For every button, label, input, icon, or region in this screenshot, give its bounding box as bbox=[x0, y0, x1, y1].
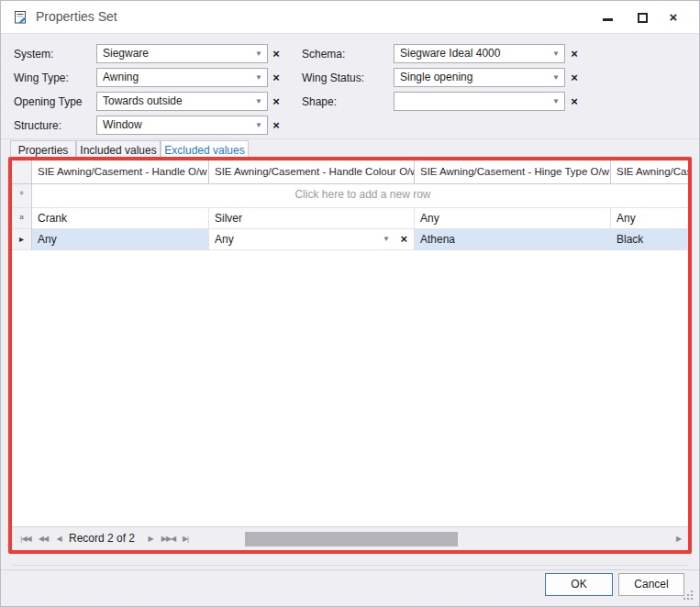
current-row-arrow-icon: ▸ bbox=[12, 229, 32, 250]
structure-clear-icon[interactable]: × bbox=[269, 116, 283, 135]
cell-truncated[interactable]: Any bbox=[611, 208, 688, 229]
dropdown-arrow-icon[interactable]: ▼ bbox=[552, 93, 560, 110]
column-header-truncated[interactable]: SIE Awning/Cas bbox=[611, 160, 688, 184]
wing-status-clear-icon[interactable]: × bbox=[567, 68, 582, 87]
wing-status-label: Wing Status: bbox=[302, 72, 364, 84]
dropdown-arrow-icon[interactable]: ▼ bbox=[255, 93, 262, 110]
scroll-left-icon[interactable]: ◀ bbox=[168, 527, 179, 551]
excluded-values-grid: SIE Awning/Casement - Handle O/w SIE Awn… bbox=[12, 160, 688, 550]
properties-set-dialog: Properties Set × System: Siegware ▼ × Wi… bbox=[0, 0, 700, 607]
scroll-right-icon[interactable]: ▶ bbox=[673, 527, 684, 551]
structure-label: Structure: bbox=[14, 119, 61, 132]
opening-type-label: Opening Type bbox=[14, 95, 83, 108]
column-header-hinge-type[interactable]: SIE Awning/Casement - Hinge Type O/w bbox=[415, 160, 611, 184]
cell-hinge-type[interactable]: Any bbox=[415, 208, 611, 229]
window-title: Properties Set bbox=[36, 9, 117, 24]
dropdown-arrow-icon[interactable]: ▼ bbox=[383, 229, 390, 249]
ok-button[interactable]: OK bbox=[545, 573, 613, 596]
cell-handle-colour[interactable]: Silver bbox=[209, 208, 415, 229]
schema-label: Schema: bbox=[302, 48, 345, 61]
row-edited-indicator-icon: a bbox=[12, 208, 32, 229]
next-record-button[interactable]: ▶ bbox=[146, 527, 155, 551]
resize-grip[interactable] bbox=[691, 598, 693, 600]
scrollbar-thumb[interactable] bbox=[245, 532, 458, 546]
prev-record-button[interactable]: ◀ bbox=[54, 527, 63, 551]
clear-icon[interactable]: × bbox=[400, 229, 407, 249]
form-divider bbox=[1, 138, 699, 139]
dropdown-arrow-icon[interactable]: ▼ bbox=[552, 69, 560, 86]
cell-handle[interactable]: Crank bbox=[32, 208, 209, 229]
cancel-button[interactable]: Cancel bbox=[618, 573, 684, 596]
prev-page-button[interactable]: ◀◀ bbox=[36, 527, 50, 551]
panel-bottom-border bbox=[12, 565, 688, 566]
wing-status-value: Single opening bbox=[400, 69, 548, 86]
annotation-red-box: SIE Awning/Casement - Handle O/w SIE Awn… bbox=[8, 157, 692, 554]
table-row-selected[interactable]: ▸ Any Any ▼ × Athena Black bbox=[12, 229, 688, 250]
shape-clear-icon[interactable]: × bbox=[567, 92, 582, 111]
structure-value: Window bbox=[103, 116, 250, 134]
cell-truncated[interactable]: Black bbox=[611, 229, 688, 250]
dropdown-arrow-icon[interactable]: ▼ bbox=[255, 69, 262, 86]
wing-status-select[interactable]: Single opening ▼ bbox=[394, 68, 565, 87]
wing-type-clear-icon[interactable]: × bbox=[269, 68, 283, 87]
row-indicator-header bbox=[12, 160, 32, 184]
table-row[interactable]: a Crank Silver Any Any bbox=[12, 208, 688, 229]
dropdown-arrow-icon[interactable]: ▼ bbox=[255, 45, 262, 62]
opening-type-select[interactable]: Towards outside ▼ bbox=[96, 92, 268, 111]
cell-handle[interactable]: Any bbox=[32, 229, 209, 250]
new-row-prompt[interactable]: Click here to add a new row bbox=[32, 184, 688, 208]
opening-type-clear-icon[interactable]: × bbox=[269, 92, 283, 111]
footer-divider bbox=[1, 569, 699, 570]
structure-select[interactable]: Window ▼ bbox=[96, 116, 268, 135]
wing-type-label: Wing Type: bbox=[14, 72, 69, 84]
cell-hinge-type[interactable]: Athena bbox=[415, 229, 611, 250]
system-select[interactable]: Siegware ▼ bbox=[96, 44, 268, 63]
system-clear-icon[interactable]: × bbox=[269, 44, 283, 63]
record-navigator: |◀◀ ◀◀ ◀ Record 2 of 2 ▶ ▶▶ ▶| ◀ ▶ bbox=[12, 526, 688, 550]
schema-value: Siegware Ideal 4000 bbox=[400, 45, 548, 62]
column-header-handle-colour[interactable]: SIE Awning/Casement - Handle Colour O/w bbox=[209, 160, 415, 184]
column-header-handle[interactable]: SIE Awning/Casement - Handle O/w bbox=[32, 160, 209, 184]
maximize-button[interactable] bbox=[628, 1, 656, 34]
dropdown-arrow-icon[interactable]: ▼ bbox=[255, 116, 262, 134]
opening-type-value: Towards outside bbox=[103, 93, 250, 110]
schema-clear-icon[interactable]: × bbox=[567, 44, 582, 63]
close-button[interactable]: × bbox=[660, 1, 687, 34]
wing-type-select[interactable]: Awning ▼ bbox=[96, 68, 268, 87]
shape-label: Shape: bbox=[302, 95, 337, 108]
properties-set-icon bbox=[13, 10, 28, 25]
shape-select[interactable]: ▼ bbox=[394, 92, 565, 111]
schema-select[interactable]: Siegware Ideal 4000 ▼ bbox=[394, 44, 565, 63]
system-label: System: bbox=[14, 48, 53, 61]
minimize-icon bbox=[603, 18, 613, 21]
system-value: Siegware bbox=[103, 45, 250, 62]
dropdown-arrow-icon[interactable]: ▼ bbox=[552, 45, 560, 62]
record-count-label: Record 2 of 2 bbox=[69, 527, 135, 550]
titlebar: Properties Set × bbox=[1, 1, 699, 34]
first-record-button[interactable]: |◀◀ bbox=[17, 527, 34, 551]
close-icon: × bbox=[660, 1, 687, 34]
cell-editor-value: Any bbox=[215, 233, 234, 246]
new-row-indicator-icon: * bbox=[12, 184, 32, 208]
horizontal-scrollbar[interactable]: ◀ ▶ bbox=[168, 527, 684, 550]
cell-editor[interactable]: Any ▼ × bbox=[209, 229, 415, 250]
minimize-button[interactable] bbox=[594, 1, 621, 34]
maximize-icon bbox=[638, 13, 648, 23]
new-row[interactable]: * Click here to add a new row bbox=[12, 184, 688, 208]
wing-type-value: Awning bbox=[103, 69, 250, 86]
